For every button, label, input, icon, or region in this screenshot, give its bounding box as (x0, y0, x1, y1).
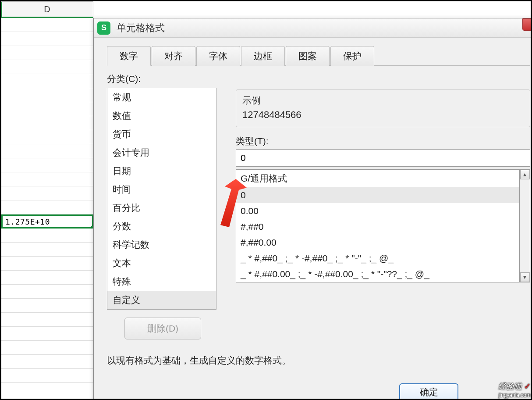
dialog-title: 单元格格式 (117, 21, 165, 35)
type-input[interactable] (236, 149, 530, 167)
tab-4[interactable]: 图案 (286, 46, 330, 66)
sheet-cell[interactable] (1, 355, 93, 369)
sheet-cell[interactable] (1, 158, 93, 172)
category-item[interactable]: 分数 (107, 217, 216, 236)
tab-1[interactable]: 对齐 (152, 46, 195, 66)
category-item[interactable]: 百分比 (107, 199, 216, 217)
example-label: 示例 (242, 94, 524, 107)
sheet-cell[interactable] (1, 200, 93, 214)
category-item[interactable]: 文本 (107, 254, 216, 272)
selected-cell[interactable]: 1.275E+10 (1, 214, 93, 229)
category-label: 分类(C): (107, 73, 530, 85)
sheet-cell[interactable] (1, 116, 93, 130)
sheet-cell[interactable] (1, 271, 93, 285)
format-item[interactable]: _ * #,##0_ ;_ * -#,##0_ ;_ * "-"_ ;_ @_ (236, 250, 519, 266)
sheet-cell[interactable] (1, 299, 93, 313)
close-button[interactable] (522, 18, 532, 31)
sheet-cell[interactable] (1, 186, 93, 200)
format-item[interactable]: 0 (236, 187, 519, 203)
sheet-cell[interactable] (1, 257, 93, 271)
sheet-cell[interactable] (1, 88, 93, 102)
format-item[interactable]: G/通用格式 (236, 170, 519, 187)
sheet-cell[interactable] (1, 18, 93, 32)
sheet-rows: 1.275E+10 (1, 18, 93, 383)
sheet-cell[interactable] (1, 102, 93, 116)
sheet-cell[interactable] (1, 172, 93, 186)
format-item[interactable]: _ * #,##0.00_ ;_ * -#,##0.00_ ;_ * "-"??… (236, 266, 519, 282)
tab-2[interactable]: 字体 (196, 46, 240, 66)
category-list[interactable]: 常规数值货币会计专用日期时间百分比分数科学记数文本特殊自定义 (107, 88, 216, 310)
tab-5[interactable]: 保护 (330, 46, 374, 66)
tab-strip: 数字对齐字体边框图案保护 (107, 46, 530, 66)
sheet-cell[interactable] (1, 327, 93, 341)
category-item[interactable]: 货币 (107, 125, 216, 143)
tab-3[interactable]: 边框 (241, 46, 285, 66)
cell-format-dialog: S 单元格格式 数字对齐字体边框图案保护 分类(C): 常规数值货币会计专用日期… (93, 18, 532, 400)
category-item[interactable]: 时间 (107, 180, 216, 199)
example-value: 12748484566 (242, 109, 524, 121)
scroll-up-icon[interactable]: ▲ (520, 170, 530, 179)
dialog-body: 数字对齐字体边框图案保护 分类(C): 常规数值货币会计专用日期时间百分比分数科… (94, 38, 532, 400)
category-item[interactable]: 特殊 (107, 272, 216, 291)
sheet-cell[interactable] (1, 32, 93, 46)
hint-text: 以现有格式为基础，生成自定义的数字格式。 (107, 354, 530, 367)
sheet-cell[interactable] (1, 46, 93, 60)
type-label: 类型(T): (236, 135, 530, 147)
app-icon: S (97, 21, 110, 35)
tab-0[interactable]: 数字 (107, 46, 151, 66)
format-item[interactable]: 0.00 (236, 203, 519, 219)
spreadsheet-behind: D 1.275E+10 (1, 1, 93, 399)
ok-button[interactable]: 确定 (399, 383, 458, 400)
sheet-cell[interactable] (1, 243, 93, 257)
category-item[interactable]: 常规 (107, 88, 216, 107)
format-item[interactable]: #,##0 (236, 219, 519, 235)
sheet-cell[interactable] (1, 369, 93, 383)
column-header-d[interactable]: D (1, 1, 93, 18)
format-item[interactable]: #,##0.00 (236, 235, 519, 250)
category-item[interactable]: 日期 (107, 162, 216, 180)
category-item[interactable]: 会计专用 (107, 143, 216, 162)
sheet-cell[interactable] (1, 341, 93, 355)
example-group: 示例 12748484566 (236, 89, 530, 127)
format-scrollbar[interactable]: ▲ ▼ (520, 169, 530, 282)
sheet-cell[interactable] (1, 144, 93, 158)
category-item[interactable]: 自定义 (107, 291, 216, 309)
category-item[interactable]: 科学记数 (107, 236, 216, 254)
sheet-cell[interactable] (1, 74, 93, 88)
format-list[interactable]: G/通用格式00.00#,##0#,##0.00_ * #,##0_ ;_ * … (236, 169, 520, 282)
selected-cell-value: 1.275E+10 (5, 217, 50, 226)
sheet-cell[interactable] (1, 313, 93, 327)
sheet-cell[interactable] (1, 130, 93, 144)
sheet-cell[interactable] (1, 285, 93, 299)
sheet-cell[interactable] (1, 60, 93, 74)
dialog-titlebar[interactable]: S 单元格格式 (94, 18, 532, 38)
sheet-cell[interactable] (1, 229, 93, 243)
delete-button[interactable]: 删除(D) (124, 318, 201, 339)
category-item[interactable]: 数值 (107, 107, 216, 125)
scroll-down-icon[interactable]: ▼ (520, 272, 530, 282)
